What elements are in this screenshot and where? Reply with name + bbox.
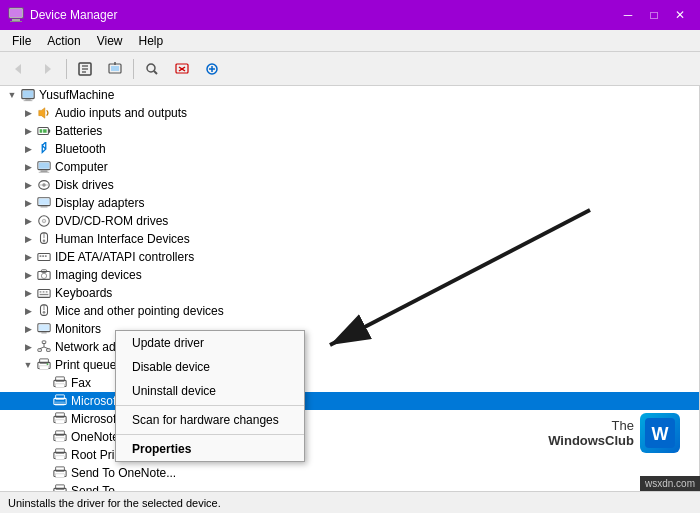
fax-label: Fax <box>71 376 91 390</box>
svg-rect-76 <box>56 384 65 388</box>
tree-item-mice[interactable]: ▶ Mice and other pointing devices <box>0 302 699 320</box>
app-icon <box>8 7 24 23</box>
ide-expand[interactable]: ▶ <box>20 249 36 265</box>
keyboards-expand[interactable]: ▶ <box>20 285 36 301</box>
tree-item-onenote[interactable]: ▶ OneNote for Win... <box>0 428 699 446</box>
tree-item-micro2[interactable]: ▶ Microsoft XPS Doc... <box>0 410 699 428</box>
ctx-update-driver[interactable]: Update driver <box>116 331 304 355</box>
root-label: YusufMachine <box>39 88 114 102</box>
svg-marker-4 <box>15 64 21 74</box>
tree-item-audio[interactable]: ▶ Audio inputs and outputs <box>0 104 699 122</box>
tree-item-ide[interactable]: ▶ IDE ATA/ATAPI controllers <box>0 248 699 266</box>
forward-button[interactable] <box>34 55 62 83</box>
remove-device-button[interactable] <box>168 55 196 83</box>
menu-action[interactable]: Action <box>39 32 88 50</box>
add-device-button[interactable] <box>198 55 226 83</box>
disk-label: Disk drives <box>55 178 114 192</box>
svg-rect-66 <box>47 349 51 352</box>
ctx-scan-hardware[interactable]: Scan for hardware changes <box>116 408 304 432</box>
fax-icon <box>52 375 68 391</box>
computer-expand[interactable]: ▶ <box>20 159 36 175</box>
bluetooth-icon <box>36 141 52 157</box>
svg-line-69 <box>44 347 48 349</box>
svg-rect-64 <box>42 341 46 344</box>
imaging-expand[interactable]: ▶ <box>20 267 36 283</box>
ctx-properties[interactable]: Properties <box>116 437 304 461</box>
svg-rect-53 <box>38 290 50 298</box>
keyboards-label: Keyboards <box>55 286 112 300</box>
svg-point-42 <box>43 220 45 222</box>
svg-rect-39 <box>41 207 48 208</box>
tree-item-send1[interactable]: ▶ Send To OneNote... <box>0 464 699 482</box>
audio-label: Audio inputs and outputs <box>55 106 187 120</box>
back-button[interactable] <box>4 55 32 83</box>
root-expand-icon[interactable]: ▼ <box>4 87 20 103</box>
tree-item-fax[interactable]: ▶ Fax <box>0 374 699 392</box>
imaging-icon <box>36 267 52 283</box>
context-menu: Update driver Disable device Uninstall d… <box>115 330 305 462</box>
bluetooth-label: Bluetooth <box>55 142 106 156</box>
tree-item-micro1[interactable]: ▶ Microsoft Print to PDF <box>0 392 699 410</box>
bluetooth-expand[interactable]: ▶ <box>20 141 36 157</box>
network-expand[interactable]: ▶ <box>20 339 36 355</box>
print-label: Print queues <box>55 358 122 372</box>
disk-expand[interactable]: ▶ <box>20 177 36 193</box>
tree-item-hid[interactable]: ▶ Human Interface Devices <box>0 230 699 248</box>
scan-hardware-button[interactable] <box>138 55 166 83</box>
audio-expand[interactable]: ▶ <box>20 105 36 121</box>
svg-point-60 <box>43 311 46 314</box>
hid-label: Human Interface Devices <box>55 232 190 246</box>
svg-rect-56 <box>46 291 48 292</box>
print-expand[interactable]: ▼ <box>20 357 36 373</box>
svg-rect-32 <box>41 171 48 172</box>
tree-item-imaging[interactable]: ▶ Imaging devices <box>0 266 699 284</box>
tree-item-batteries[interactable]: ▶ Batteries <box>0 122 699 140</box>
menu-help[interactable]: Help <box>131 32 172 50</box>
display-expand[interactable]: ▶ <box>20 195 36 211</box>
svg-rect-28 <box>40 129 43 133</box>
batteries-expand[interactable]: ▶ <box>20 123 36 139</box>
svg-rect-55 <box>43 291 45 292</box>
tree-item-disk[interactable]: ▶ Disk drives <box>0 176 699 194</box>
tree-item-monitors[interactable]: ▶ Monitors <box>0 320 699 338</box>
ctx-separator-1 <box>116 405 304 406</box>
device-tree[interactable]: ▼ YusufMachine ▶ Audio inputs and ou <box>0 86 700 491</box>
hid-expand[interactable]: ▶ <box>20 231 36 247</box>
minimize-button[interactable]: ─ <box>616 5 640 25</box>
properties-button[interactable] <box>71 55 99 83</box>
tree-item-computer[interactable]: ▶ Computer <box>0 158 699 176</box>
window-controls: ─ □ ✕ <box>616 5 692 25</box>
tree-item-bluetooth[interactable]: ▶ Bluetooth <box>0 140 699 158</box>
send1-icon <box>52 465 68 481</box>
dvd-expand[interactable]: ▶ <box>20 213 36 229</box>
tree-item-send2[interactable]: ▶ Send To... <box>0 482 699 491</box>
tree-item-keyboards[interactable]: ▶ Keyboards <box>0 284 699 302</box>
mice-expand[interactable]: ▶ <box>20 303 36 319</box>
svg-rect-3 <box>10 21 22 22</box>
monitors-expand[interactable]: ▶ <box>20 321 36 337</box>
separator-2 <box>133 59 134 79</box>
maximize-button[interactable]: □ <box>642 5 666 25</box>
tree-item-display[interactable]: ▶ Display adapters <box>0 194 699 212</box>
menu-view[interactable]: View <box>89 32 131 50</box>
svg-rect-79 <box>56 402 65 406</box>
computer-icon2 <box>36 159 52 175</box>
tree-root[interactable]: ▼ YusufMachine <box>0 86 699 104</box>
svg-rect-57 <box>40 294 49 295</box>
separator-1 <box>66 59 67 79</box>
svg-rect-27 <box>48 129 50 133</box>
tree-item-network[interactable]: ▶ Network adapters <box>0 338 699 356</box>
send1-label: Send To OneNote... <box>71 466 176 480</box>
tree-item-print[interactable]: ▼ Print queues <box>0 356 699 374</box>
svg-point-13 <box>147 64 155 72</box>
update-driver-button[interactable] <box>101 55 129 83</box>
ctx-disable-device[interactable]: Disable device <box>116 355 304 379</box>
close-button[interactable]: ✕ <box>668 5 692 25</box>
tree-item-root-print[interactable]: ▶ Root Print Queue <box>0 446 699 464</box>
tree-item-dvd[interactable]: ▶ DVD/CD-ROM drives <box>0 212 699 230</box>
svg-rect-54 <box>40 291 42 292</box>
ctx-uninstall-device[interactable]: Uninstall device <box>116 379 304 403</box>
micro1-icon <box>52 393 68 409</box>
svg-rect-1 <box>10 9 22 17</box>
menu-file[interactable]: File <box>4 32 39 50</box>
